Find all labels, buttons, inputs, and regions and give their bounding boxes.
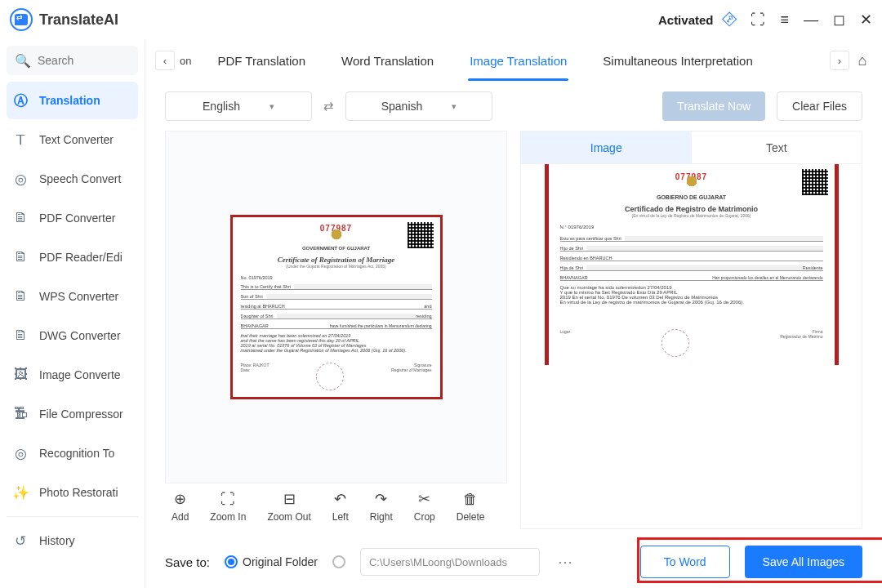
sidebar-item-label: WPS Converter bbox=[39, 290, 118, 303]
sidebar-item-photo-restoration[interactable]: ✨Photo Restorati bbox=[7, 474, 138, 511]
tab-image-translation[interactable]: Image Translation bbox=[468, 46, 568, 76]
pdf-reader-icon: 🗎 bbox=[11, 249, 29, 265]
tabs-scroll-left[interactable]: ‹ bbox=[155, 51, 175, 70]
close-icon[interactable]: ✕ bbox=[860, 11, 872, 29]
doc-gov: GOVERNMENT OF GUJARAT bbox=[241, 246, 432, 251]
result-panel: Image Text 077987 GOBIERNO DE GUJARAT Ce… bbox=[520, 131, 862, 529]
doc-reg-no: N.° 01976/2019 bbox=[560, 225, 823, 229]
maximize-icon[interactable]: ◻ bbox=[833, 11, 845, 29]
source-document: 077987 GOVERNMENT OF GUJARAT Certificate… bbox=[230, 215, 443, 399]
app-logo-icon bbox=[10, 8, 33, 31]
sidebar-item-speech-convert[interactable]: ◎Speech Convert bbox=[7, 160, 138, 198]
doc-title: Certificado de Registro de Matrimonio bbox=[560, 205, 823, 213]
source-language-label: English bbox=[203, 100, 240, 113]
rotate-left-tool[interactable]: ↶Left bbox=[332, 490, 349, 523]
titlebar: TranslateAI Activated ⚿ ⛶ ≡ — ◻ ✕ bbox=[0, 0, 882, 39]
sidebar: 🔍 ⒶTranslation 𝖳Text Converter ◎Speech C… bbox=[0, 39, 145, 588]
sidebar-item-label: Image Converte bbox=[39, 368, 121, 381]
search-box[interactable]: 🔍 bbox=[7, 46, 138, 75]
translated-document: 077987 GOBIERNO DE GUJARAT Certificado d… bbox=[545, 164, 839, 365]
zoom-in-tool[interactable]: ⛶Zoom In bbox=[210, 491, 246, 523]
main-content: ‹ on PDF Translation Word Translation Im… bbox=[145, 39, 882, 588]
zoom-out-tool[interactable]: ⊟Zoom Out bbox=[267, 490, 310, 523]
doc-title: Certificate of Registration of Marriage bbox=[241, 256, 432, 264]
tab-pdf-translation[interactable]: PDF Translation bbox=[216, 46, 307, 76]
home-icon[interactable]: ⌂ bbox=[853, 52, 872, 69]
sidebar-item-label: Recognition To bbox=[39, 447, 114, 460]
emblem-icon bbox=[327, 225, 345, 243]
sidebar-item-history[interactable]: ↺History bbox=[7, 522, 138, 559]
radio-custom-path[interactable] bbox=[332, 555, 345, 568]
rotate-left-icon: ↶ bbox=[334, 490, 346, 508]
target-language-select[interactable]: Spanish▾ bbox=[345, 91, 492, 121]
sidebar-item-file-compressor[interactable]: 🗜File Compressor bbox=[7, 395, 138, 433]
radio-original-folder[interactable]: Original Folder bbox=[225, 555, 318, 568]
sidebar-item-pdf-reader[interactable]: 🗎PDF Reader/Edi bbox=[7, 238, 138, 276]
recognition-icon: ◎ bbox=[11, 445, 29, 462]
tabs-overflow-text: on bbox=[178, 51, 193, 70]
qr-code-icon bbox=[802, 169, 828, 195]
tab-simultaneous-interpretation[interactable]: Simultaneous Interpretation bbox=[601, 46, 754, 76]
source-language-select[interactable]: English▾ bbox=[165, 91, 312, 121]
sidebar-item-label: Translation bbox=[39, 94, 100, 107]
to-word-button[interactable]: To Word bbox=[640, 546, 730, 578]
sidebar-divider bbox=[7, 516, 138, 517]
tab-word-translation[interactable]: Word Translation bbox=[340, 46, 435, 76]
sidebar-item-image-converter[interactable]: 🖼Image Converte bbox=[7, 356, 138, 394]
wps-icon: 🗎 bbox=[11, 288, 29, 305]
sidebar-item-label: File Compressor bbox=[39, 408, 123, 421]
sidebar-item-label: PDF Reader/Edi bbox=[39, 251, 122, 264]
seal-icon bbox=[316, 363, 344, 390]
tabs-scroll-right[interactable]: › bbox=[830, 51, 849, 70]
key-icon[interactable]: ⚿ bbox=[719, 10, 739, 29]
sidebar-item-pdf-converter[interactable]: 🗎PDF Converter bbox=[7, 199, 138, 237]
rotate-right-icon: ↷ bbox=[375, 490, 387, 508]
delete-tool[interactable]: 🗑Delete bbox=[457, 491, 485, 523]
add-tool[interactable]: ⊕Add bbox=[172, 490, 189, 523]
window-controls: ⚿ ⛶ ≡ — ◻ ✕ bbox=[723, 11, 872, 29]
crop-tool[interactable]: ✂Crop bbox=[414, 490, 435, 523]
sidebar-item-translation[interactable]: ⒶTranslation bbox=[7, 82, 138, 119]
sidebar-item-dwg-converter[interactable]: 🗎DWG Converter bbox=[7, 317, 138, 354]
app-logo-group: TranslateAI bbox=[10, 8, 118, 31]
result-tab-image[interactable]: Image bbox=[521, 131, 692, 163]
restore-icon: ✨ bbox=[11, 484, 29, 501]
dwg-icon: 🗎 bbox=[11, 327, 29, 344]
qr-icon[interactable]: ⛶ bbox=[751, 11, 765, 29]
qr-code-icon bbox=[408, 222, 434, 248]
sidebar-item-recognition[interactable]: ◎Recognition To bbox=[7, 434, 138, 472]
save-path-field[interactable]: C:\Users\MLoong\Downloads bbox=[360, 548, 540, 576]
source-preview[interactable]: 077987 GOVERNMENT OF GUJARAT Certificate… bbox=[165, 131, 507, 483]
sidebar-item-label: DWG Converter bbox=[39, 329, 121, 342]
rotate-right-tool[interactable]: ↷Right bbox=[370, 490, 393, 523]
sidebar-item-label: Text Converter bbox=[39, 133, 114, 146]
result-preview[interactable]: 077987 GOBIERNO DE GUJARAT Certificado d… bbox=[520, 163, 862, 529]
save-all-images-button[interactable]: Save All Images bbox=[745, 546, 862, 578]
zoom-in-icon: ⛶ bbox=[220, 491, 235, 508]
result-tab-text[interactable]: Text bbox=[692, 131, 862, 163]
swap-languages-icon[interactable]: ⇄ bbox=[323, 99, 334, 114]
crop-icon: ✂ bbox=[418, 490, 430, 508]
language-controls: English▾ ⇄ Spanish▾ Translate Now Clear … bbox=[145, 82, 882, 131]
menu-icon[interactable]: ≡ bbox=[780, 11, 789, 29]
clear-files-button[interactable]: Clear Files bbox=[777, 91, 862, 121]
tabs-row: ‹ on PDF Translation Word Translation Im… bbox=[145, 39, 882, 82]
compress-icon: 🗜 bbox=[11, 406, 29, 422]
browse-path-button[interactable]: ⋯ bbox=[555, 553, 576, 571]
emblem-icon bbox=[683, 172, 701, 190]
doc-gov: GOBIERNO DE GUJARAT bbox=[560, 194, 823, 200]
save-to-label: Save to: bbox=[165, 555, 210, 569]
chevron-down-icon: ▾ bbox=[270, 101, 274, 112]
minimize-icon[interactable]: — bbox=[804, 11, 818, 29]
trash-icon: 🗑 bbox=[463, 491, 478, 508]
translation-icon: Ⓐ bbox=[11, 91, 29, 110]
doc-subtitle: (Under the Gujarat Registration of Marri… bbox=[241, 264, 432, 269]
sidebar-item-text-converter[interactable]: 𝖳Text Converter bbox=[7, 121, 138, 158]
translate-now-button[interactable]: Translate Now bbox=[662, 91, 765, 121]
footer: Save to: Original Folder C:\Users\MLoong… bbox=[145, 536, 882, 588]
app-name: TranslateAI bbox=[39, 11, 118, 29]
seal-icon bbox=[662, 329, 689, 357]
doc-reg-no: No. 01976/2019 bbox=[241, 275, 432, 280]
sidebar-item-wps-converter[interactable]: 🗎WPS Converter bbox=[7, 278, 138, 315]
sidebar-item-label: PDF Converter bbox=[39, 212, 115, 225]
